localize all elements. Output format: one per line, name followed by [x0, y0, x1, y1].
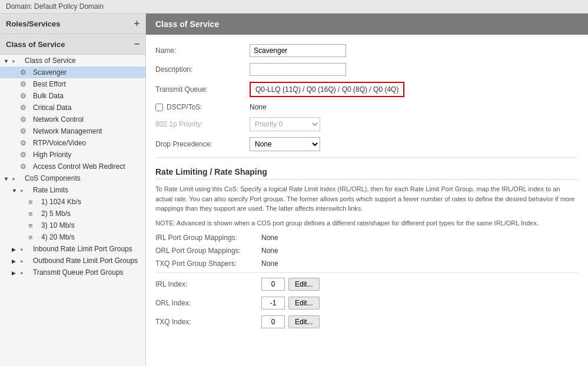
- best-effort-icon: [20, 80, 31, 88]
- sidebar-item-bulk-data[interactable]: Bulk Data: [0, 90, 145, 102]
- rate-4-label: 4) 20 Mb/s: [41, 233, 75, 241]
- orl-mapping-row: ORL Port Group Mappings: None: [155, 247, 579, 255]
- irl-index-row: IRL Index: Edit...: [155, 278, 579, 291]
- best-effort-label: Best Effort: [33, 80, 66, 88]
- dscp-value: None: [250, 103, 267, 111]
- scavenger-label: Scavenger: [33, 68, 67, 76]
- network-management-label: Network Management: [33, 127, 102, 135]
- divider: [155, 157, 579, 158]
- sidebar-item-cos-components[interactable]: CoS Components: [0, 172, 145, 184]
- transmit-queue-row: Transmit Queue: Q0-LLQ (11Q) / Q0 (16Q) …: [155, 82, 579, 97]
- sidebar-item-rate-3[interactable]: 3) 10 Mb/s: [0, 219, 145, 231]
- irl-edit-button[interactable]: Edit...: [288, 278, 320, 291]
- domain-label: Domain: Default Policy Domain: [6, 2, 104, 11]
- drop-precedence-value: None: [250, 137, 579, 151]
- sidebar-item-transmit-queue[interactable]: Transmit Queue Port Groups: [0, 267, 145, 278]
- sidebar-item-scavenger[interactable]: Scavenger: [0, 66, 145, 78]
- rtp-icon: [20, 139, 31, 147]
- rate-info-text: To Rate Limit using this CoS: Specify a …: [155, 184, 579, 214]
- rate-limits-label: Rate Limits: [33, 186, 68, 194]
- collapse-icon[interactable]: −: [134, 39, 139, 49]
- high-priority-label: High Priority: [33, 151, 71, 159]
- description-input[interactable]: [250, 63, 346, 76]
- divider-2: [155, 272, 579, 273]
- bulk-data-icon: [20, 92, 31, 100]
- network-management-icon: [20, 127, 31, 135]
- drop-precedence-label: Drop Precedence:: [155, 140, 250, 148]
- domain-bar: Domain: Default Policy Domain: [0, 0, 588, 14]
- txq-index-input[interactable]: [261, 315, 285, 328]
- drop-precedence-row: Drop Precedence: None: [155, 137, 579, 151]
- txq-mapping-value: None: [261, 259, 278, 268]
- dscp-checkbox[interactable]: [155, 104, 163, 111]
- sidebar-roles-services[interactable]: Roles/Services +: [0, 14, 145, 34]
- priority-value: Priority 0: [250, 117, 579, 131]
- network-control-icon: [20, 115, 31, 124]
- high-priority-icon: [20, 151, 31, 159]
- network-control-label: Network Control: [33, 115, 84, 124]
- priority-row: 802.1p Priority: Priority 0: [155, 117, 579, 131]
- add-icon[interactable]: +: [134, 18, 139, 29]
- inbound-arrow: [12, 246, 20, 252]
- irl-index-input[interactable]: [261, 278, 285, 291]
- txq-index-label: TXQ Index:: [155, 318, 261, 326]
- sidebar-item-access-control[interactable]: Access Control Web Redirect: [0, 161, 145, 172]
- irl-mapping-row: IRL Port Group Mappings: None: [155, 234, 579, 242]
- orl-mapping-value: None: [261, 247, 278, 255]
- name-label: Name:: [155, 46, 250, 55]
- dscp-row: DSCP/ToS: None: [155, 103, 579, 111]
- orl-index-label: ORL Index:: [155, 299, 261, 307]
- drop-precedence-select[interactable]: None: [250, 137, 320, 151]
- roles-services-label: Roles/Services: [6, 19, 61, 28]
- name-input[interactable]: [250, 44, 346, 57]
- sidebar-cos-header[interactable]: Class of Service −: [0, 34, 145, 55]
- sidebar-item-rate-1[interactable]: 1) 1024 Kb/s: [0, 196, 145, 208]
- content-title: Class of Service: [155, 19, 219, 29]
- txq-mapping-label: TXQ Port Group Shapers:: [155, 259, 261, 268]
- content-header: Class of Service: [146, 14, 588, 35]
- sidebar-item-cos-parent[interactable]: Class of Service: [0, 55, 145, 66]
- sidebar-item-rate-limits[interactable]: Rate Limits: [0, 184, 145, 196]
- sidebar-item-critical-data[interactable]: Critical Data: [0, 102, 145, 114]
- rtp-label: RTP/Voice/Video: [33, 139, 86, 147]
- scavenger-icon: [20, 68, 31, 76]
- rate-limits-icon: [20, 186, 31, 194]
- sidebar-item-network-management[interactable]: Network Management: [0, 125, 145, 137]
- txq-edit-button[interactable]: Edit...: [288, 315, 320, 328]
- rate-note-text: NOTE: Advanced is shown when a COS port …: [155, 219, 579, 227]
- transmit-queue-label: Transmit Queue Port Groups: [33, 268, 124, 277]
- outbound-icon: [20, 257, 31, 265]
- sidebar-item-rtp[interactable]: RTP/Voice/Video: [0, 137, 145, 149]
- irl-mapping-label: IRL Port Group Mappings:: [155, 234, 261, 242]
- irl-mapping-value: None: [261, 234, 278, 242]
- rate-2-label: 2) 5 Mb/s: [41, 209, 71, 218]
- name-value: [250, 44, 579, 57]
- sidebar-tree: Class of Service Scavenger Best Effort B…: [0, 55, 145, 278]
- content-area: Class of Service Name: Description: Tran…: [146, 14, 588, 366]
- sidebar-item-high-priority[interactable]: High Priority: [0, 149, 145, 161]
- cos-parent-arrow: [4, 58, 12, 64]
- outbound-arrow: [12, 258, 20, 264]
- cos-components-label: CoS Components: [25, 174, 81, 182]
- sidebar-item-rate-2[interactable]: 2) 5 Mb/s: [0, 208, 145, 219]
- priority-select[interactable]: Priority 0: [250, 117, 320, 131]
- sidebar-item-inbound[interactable]: Inbound Rate Limit Port Groups: [0, 243, 145, 255]
- sidebar-item-best-effort[interactable]: Best Effort: [0, 78, 145, 90]
- rate-4-icon: [28, 233, 39, 241]
- txq-index-row: TXQ Index: Edit...: [155, 315, 579, 328]
- access-control-icon: [20, 162, 31, 171]
- critical-data-label: Critical Data: [33, 104, 71, 112]
- sidebar-item-outbound[interactable]: Outbound Rate Limit Port Groups: [0, 255, 145, 267]
- cos-components-arrow: [4, 175, 12, 182]
- sidebar-item-rate-4[interactable]: 4) 20 Mb/s: [0, 231, 145, 243]
- rate-section-title: Rate Limiting / Rate Shaping: [155, 167, 579, 179]
- txq-mapping-row: TXQ Port Group Shapers: None: [155, 259, 579, 268]
- orl-index-input[interactable]: [261, 297, 285, 310]
- transmit-queue-display: Q0-LLQ (11Q) / Q0 (16Q) / Q0 (8Q) / Q0 (…: [250, 82, 404, 97]
- bulk-data-label: Bulk Data: [33, 92, 64, 100]
- description-value: [250, 63, 579, 76]
- description-row: Description:: [155, 63, 579, 76]
- sidebar-item-network-control[interactable]: Network Control: [0, 114, 145, 125]
- inbound-label: Inbound Rate Limit Port Groups: [33, 245, 132, 253]
- orl-edit-button[interactable]: Edit...: [288, 297, 320, 310]
